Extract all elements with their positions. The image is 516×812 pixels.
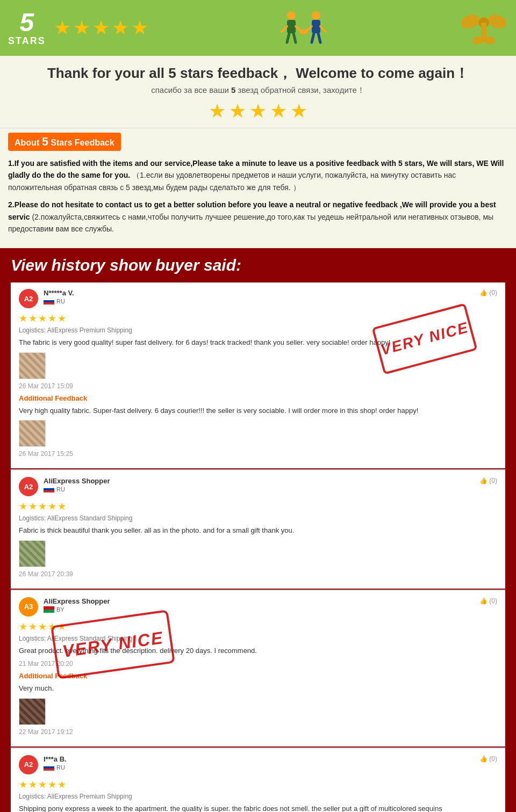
history-title: View history show buyer said: (11, 256, 505, 274)
review-image-2 (19, 540, 46, 567)
svg-rect-7 (312, 20, 320, 33)
reviewer-flag-4: RU (44, 764, 497, 771)
point1: 1.If you are satisfied with the items an… (8, 157, 508, 193)
additional-text-3: Very much. (19, 683, 497, 694)
about-badge: About 5 Stars Feedback (8, 133, 121, 151)
star-5: ★ (131, 17, 148, 39)
reviewer-name-3: AliExpress Shopper (44, 597, 497, 605)
svg-point-0 (287, 11, 296, 20)
avatar-3: A3 (19, 597, 38, 617)
flag-icon-3 (44, 606, 54, 613)
header-left: 5 STARS ★ ★ ★ ★ ★ (8, 10, 148, 47)
svg-point-12 (299, 29, 308, 34)
svg-line-4 (287, 33, 289, 42)
very-nice-stamp-2: VERY NICE (51, 610, 175, 679)
review-date-2: 26 Mar 2017 20:39 (19, 570, 497, 578)
ty-star-5: ★ (290, 100, 307, 122)
five-stars-logo: 5 STARS (8, 10, 46, 47)
ty-star-1: ★ (209, 100, 226, 122)
reviewer-info-4: I***a B. RU (44, 755, 497, 771)
review-text-4: Shipping pony express a week to the apar… (19, 803, 497, 812)
star-2: ★ (73, 17, 90, 39)
feedback-points: 1.If you are satisfied with the items an… (8, 157, 508, 235)
svg-rect-1 (287, 20, 296, 33)
star-3: ★ (92, 17, 110, 39)
svg-line-5 (293, 33, 296, 42)
review-header-1: A2 N*****a V. RU (19, 289, 497, 308)
thankyou-stars: ★ ★ ★ ★ ★ (11, 100, 505, 122)
reviewer-name-2: AliExpress Shopper (44, 477, 497, 485)
five-num: 5 (19, 10, 34, 35)
flag-icon-2 (44, 486, 54, 492)
svg-point-14 (486, 12, 508, 31)
history-section: View history show buyer said: 👍 (0) A2 N… (0, 248, 516, 812)
additional-date-1: 26 Mar 2017 15:25 (19, 450, 497, 458)
review-card-3: 👍 (0) A3 AliExpress Shopper BY ★ ★ ★ ★ ★… (11, 591, 505, 746)
stars-text: STARS (8, 35, 46, 47)
thankyou-russian: спасибо за все ваши 5 звезд обратной свя… (11, 85, 505, 96)
additional-date-3: 22 Mar 2017 19:12 (19, 728, 497, 736)
ty-star-4: ★ (270, 100, 287, 122)
review-date-1: 26 Mar 2017 15:09 (19, 382, 497, 390)
svg-rect-16 (481, 23, 486, 39)
about-section: About 5 Stars Feedback 1.If you are sati… (0, 128, 516, 248)
thumbsup-1[interactable]: 👍 (0) (479, 289, 497, 296)
ty-star-2: ★ (229, 100, 246, 122)
avatar-2: A2 (19, 477, 38, 496)
review-header-3: A3 AliExpress Shopper BY (19, 597, 497, 617)
thankyou-section: Thank for your all 5 stars feedback， Wel… (0, 56, 516, 128)
flag-icon-1 (44, 298, 54, 305)
thankyou-title: Thank for your all 5 stars feedback， Wel… (11, 64, 505, 83)
reviewer-name-4: I***a B. (44, 755, 497, 763)
svg-point-13 (460, 12, 482, 31)
header-banner: 5 STARS ★ ★ ★ ★ ★ (0, 0, 516, 56)
star-4: ★ (112, 17, 129, 39)
review-card-4: 👍 (0) A2 I***a B. RU ★ ★ ★ ★ ★ Logistics… (11, 749, 505, 812)
review-header-2: A2 AliExpress Shopper RU (19, 477, 497, 496)
reviewer-flag-2: RU (44, 486, 497, 492)
review-header-4: A2 I***a B. RU (19, 755, 497, 774)
additional-label-1: Additional Feedback (19, 394, 497, 402)
svg-line-11 (318, 33, 320, 42)
thumbsup-2[interactable]: 👍 (0) (479, 477, 497, 484)
review-stars-2: ★ ★ ★ ★ ★ (19, 501, 497, 512)
bow-decoration (460, 5, 508, 50)
thumbsup-4[interactable]: 👍 (0) (479, 755, 497, 763)
additional-image-3 (19, 698, 46, 725)
reviewer-name-1: N*****a V. (44, 289, 497, 297)
ty-star-3: ★ (249, 100, 267, 122)
review-card-2: 👍 (0) A2 AliExpress Shopper RU ★ ★ ★ ★ ★… (11, 470, 505, 589)
point2: 2.Please do not hesitate to contact us t… (8, 199, 508, 235)
reviewer-flag-1: RU (44, 298, 497, 305)
reviewer-flag-3: BY (44, 606, 497, 613)
review-image-1 (19, 352, 46, 379)
reviewer-info-1: N*****a V. RU (44, 289, 497, 305)
reviewer-info-3: AliExpress Shopper BY (44, 597, 497, 613)
logistics-4: Logistics: AliExpress Premium Shipping (19, 793, 497, 800)
header-stars: ★ ★ ★ ★ ★ (54, 17, 148, 39)
logistics-2: Logistics: AliExpress Standard Shipping (19, 514, 497, 522)
svg-line-10 (312, 33, 314, 42)
svg-line-9 (320, 26, 326, 32)
handshake-icon (280, 9, 328, 47)
review-text-2: Fabric is thick beautiful thank you sell… (19, 525, 497, 536)
review-stars-4: ★ ★ ★ ★ ★ (19, 779, 497, 791)
additional-image-1 (19, 420, 46, 447)
thumbsup-3[interactable]: 👍 (0) (479, 597, 497, 605)
flag-icon-4 (44, 764, 54, 771)
svg-line-2 (282, 26, 287, 32)
star-1: ★ (54, 17, 71, 39)
review-card-1: 👍 (0) A2 N*****a V. RU ★ ★ ★ ★ ★ Logisti… (11, 282, 505, 468)
additional-text-1: Very high quality fabric. Super-fast del… (19, 405, 497, 416)
avatar-1: A2 (19, 289, 38, 308)
avatar-4: A2 (19, 755, 38, 774)
svg-point-6 (312, 11, 320, 20)
reviewer-info-2: AliExpress Shopper RU (44, 477, 497, 492)
